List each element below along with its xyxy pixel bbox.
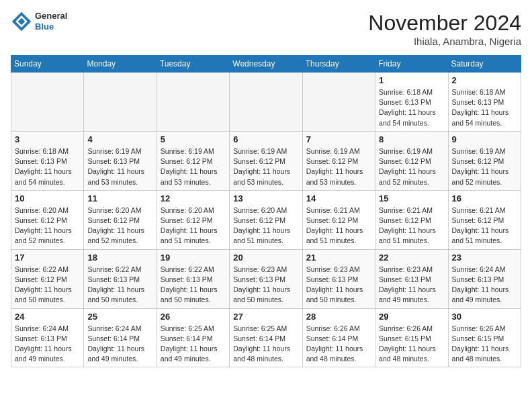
- page-header: General Blue November 2024 Ihiala, Anamb…: [11, 11, 521, 47]
- day-info: Sunrise: 6:19 AM Sunset: 6:13 PM Dayligh…: [87, 146, 152, 187]
- calendar-day-cell: 24Sunrise: 6:24 AM Sunset: 6:13 PM Dayli…: [11, 308, 84, 367]
- day-info: Sunrise: 6:22 AM Sunset: 6:12 PM Dayligh…: [15, 265, 80, 306]
- calendar-day-cell: 5Sunrise: 6:19 AM Sunset: 6:12 PM Daylig…: [157, 131, 229, 190]
- calendar-day-cell: 21Sunrise: 6:23 AM Sunset: 6:13 PM Dayli…: [302, 249, 375, 308]
- day-info: Sunrise: 6:19 AM Sunset: 6:12 PM Dayligh…: [306, 146, 371, 187]
- calendar-day-cell: 11Sunrise: 6:20 AM Sunset: 6:12 PM Dayli…: [84, 190, 157, 249]
- day-number: 2: [452, 75, 517, 85]
- day-number: 8: [379, 134, 444, 144]
- title-block: November 2024 Ihiala, Anambra, Nigeria: [368, 11, 521, 47]
- calendar-day-cell: 28Sunrise: 6:26 AM Sunset: 6:14 PM Dayli…: [302, 308, 375, 367]
- day-number: 21: [306, 253, 371, 263]
- weekday-header: Sunday: [11, 56, 84, 73]
- day-info: Sunrise: 6:19 AM Sunset: 6:12 PM Dayligh…: [161, 146, 226, 187]
- day-info: Sunrise: 6:26 AM Sunset: 6:15 PM Dayligh…: [379, 324, 444, 365]
- logo-text: General Blue: [35, 11, 67, 32]
- calendar-day-cell: 9Sunrise: 6:19 AM Sunset: 6:12 PM Daylig…: [448, 131, 521, 190]
- day-number: 9: [452, 134, 517, 144]
- calendar-day-cell: 7Sunrise: 6:19 AM Sunset: 6:12 PM Daylig…: [302, 131, 375, 190]
- day-info: Sunrise: 6:26 AM Sunset: 6:15 PM Dayligh…: [452, 324, 517, 365]
- day-number: 26: [161, 312, 226, 322]
- calendar-day-cell: 18Sunrise: 6:22 AM Sunset: 6:13 PM Dayli…: [84, 249, 157, 308]
- calendar-day-cell: 19Sunrise: 6:22 AM Sunset: 6:13 PM Dayli…: [157, 249, 229, 308]
- day-number: 23: [452, 253, 517, 263]
- day-number: 10: [15, 193, 80, 203]
- calendar-header-row: SundayMondayTuesdayWednesdayThursdayFrid…: [11, 56, 521, 73]
- day-number: 4: [87, 134, 152, 144]
- calendar-week-row: 10Sunrise: 6:20 AM Sunset: 6:12 PM Dayli…: [11, 190, 521, 249]
- day-number: 24: [15, 312, 80, 322]
- weekday-header: Thursday: [302, 56, 375, 73]
- day-info: Sunrise: 6:18 AM Sunset: 6:13 PM Dayligh…: [15, 146, 80, 187]
- calendar-day-cell: 16Sunrise: 6:21 AM Sunset: 6:12 PM Dayli…: [448, 190, 521, 249]
- calendar-day-cell: [84, 73, 157, 132]
- day-number: 15: [379, 193, 444, 203]
- day-info: Sunrise: 6:23 AM Sunset: 6:13 PM Dayligh…: [233, 265, 298, 306]
- calendar-day-cell: [302, 73, 375, 132]
- calendar-day-cell: 23Sunrise: 6:24 AM Sunset: 6:13 PM Dayli…: [448, 249, 521, 308]
- day-number: 16: [452, 193, 517, 203]
- month-title: November 2024: [368, 11, 521, 36]
- calendar-day-cell: 10Sunrise: 6:20 AM Sunset: 6:12 PM Dayli…: [11, 190, 84, 249]
- weekday-header: Friday: [375, 56, 448, 73]
- calendar-day-cell: [157, 73, 229, 132]
- day-info: Sunrise: 6:20 AM Sunset: 6:12 PM Dayligh…: [87, 205, 152, 246]
- day-info: Sunrise: 6:20 AM Sunset: 6:12 PM Dayligh…: [161, 205, 226, 246]
- day-number: 14: [306, 193, 371, 203]
- day-info: Sunrise: 6:25 AM Sunset: 6:14 PM Dayligh…: [233, 324, 298, 365]
- logo: General Blue: [11, 11, 67, 32]
- day-number: 13: [233, 193, 298, 203]
- day-number: 3: [15, 134, 80, 144]
- calendar-day-cell: 29Sunrise: 6:26 AM Sunset: 6:15 PM Dayli…: [375, 308, 448, 367]
- day-info: Sunrise: 6:24 AM Sunset: 6:13 PM Dayligh…: [452, 265, 517, 306]
- calendar: SundayMondayTuesdayWednesdayThursdayFrid…: [11, 55, 521, 367]
- calendar-day-cell: 3Sunrise: 6:18 AM Sunset: 6:13 PM Daylig…: [11, 131, 84, 190]
- day-info: Sunrise: 6:18 AM Sunset: 6:13 PM Dayligh…: [379, 87, 444, 128]
- day-info: Sunrise: 6:19 AM Sunset: 6:12 PM Dayligh…: [233, 146, 298, 187]
- calendar-day-cell: 2Sunrise: 6:18 AM Sunset: 6:13 PM Daylig…: [448, 73, 521, 132]
- calendar-day-cell: 17Sunrise: 6:22 AM Sunset: 6:12 PM Dayli…: [11, 249, 84, 308]
- calendar-day-cell: 1Sunrise: 6:18 AM Sunset: 6:13 PM Daylig…: [375, 73, 448, 132]
- day-info: Sunrise: 6:21 AM Sunset: 6:12 PM Dayligh…: [379, 205, 444, 246]
- calendar-day-cell: 6Sunrise: 6:19 AM Sunset: 6:12 PM Daylig…: [230, 131, 302, 190]
- calendar-week-row: 17Sunrise: 6:22 AM Sunset: 6:12 PM Dayli…: [11, 249, 521, 308]
- day-info: Sunrise: 6:20 AM Sunset: 6:12 PM Dayligh…: [15, 205, 80, 246]
- day-info: Sunrise: 6:22 AM Sunset: 6:13 PM Dayligh…: [87, 265, 152, 306]
- day-info: Sunrise: 6:23 AM Sunset: 6:13 PM Dayligh…: [379, 265, 444, 306]
- weekday-header: Wednesday: [230, 56, 302, 73]
- weekday-header: Monday: [84, 56, 157, 73]
- location: Ihiala, Anambra, Nigeria: [368, 36, 521, 47]
- calendar-day-cell: 25Sunrise: 6:24 AM Sunset: 6:14 PM Dayli…: [84, 308, 157, 367]
- day-info: Sunrise: 6:25 AM Sunset: 6:14 PM Dayligh…: [161, 324, 226, 365]
- day-info: Sunrise: 6:22 AM Sunset: 6:13 PM Dayligh…: [161, 265, 226, 306]
- day-info: Sunrise: 6:20 AM Sunset: 6:12 PM Dayligh…: [233, 205, 298, 246]
- day-info: Sunrise: 6:18 AM Sunset: 6:13 PM Dayligh…: [452, 87, 517, 128]
- weekday-header: Tuesday: [157, 56, 229, 73]
- day-number: 1: [379, 75, 444, 85]
- day-number: 18: [87, 253, 152, 263]
- day-number: 20: [233, 253, 298, 263]
- day-info: Sunrise: 6:24 AM Sunset: 6:14 PM Dayligh…: [87, 324, 152, 365]
- day-number: 11: [87, 193, 152, 203]
- day-number: 5: [161, 134, 226, 144]
- calendar-day-cell: 27Sunrise: 6:25 AM Sunset: 6:14 PM Dayli…: [230, 308, 302, 367]
- calendar-day-cell: 26Sunrise: 6:25 AM Sunset: 6:14 PM Dayli…: [157, 308, 229, 367]
- calendar-day-cell: 13Sunrise: 6:20 AM Sunset: 6:12 PM Dayli…: [230, 190, 302, 249]
- calendar-day-cell: 4Sunrise: 6:19 AM Sunset: 6:13 PM Daylig…: [84, 131, 157, 190]
- calendar-day-cell: 12Sunrise: 6:20 AM Sunset: 6:12 PM Dayli…: [157, 190, 229, 249]
- day-info: Sunrise: 6:21 AM Sunset: 6:12 PM Dayligh…: [306, 205, 371, 246]
- day-number: 17: [15, 253, 80, 263]
- day-info: Sunrise: 6:19 AM Sunset: 6:12 PM Dayligh…: [379, 146, 444, 187]
- day-number: 25: [87, 312, 152, 322]
- calendar-week-row: 24Sunrise: 6:24 AM Sunset: 6:13 PM Dayli…: [11, 308, 521, 367]
- day-number: 6: [233, 134, 298, 144]
- calendar-day-cell: 15Sunrise: 6:21 AM Sunset: 6:12 PM Dayli…: [375, 190, 448, 249]
- logo-general: General: [35, 11, 67, 21]
- day-info: Sunrise: 6:23 AM Sunset: 6:13 PM Dayligh…: [306, 265, 371, 306]
- calendar-week-row: 1Sunrise: 6:18 AM Sunset: 6:13 PM Daylig…: [11, 73, 521, 132]
- day-number: 28: [306, 312, 371, 322]
- calendar-day-cell: 8Sunrise: 6:19 AM Sunset: 6:12 PM Daylig…: [375, 131, 448, 190]
- logo-blue: Blue: [35, 21, 67, 32]
- day-number: 7: [306, 134, 371, 144]
- day-number: 19: [161, 253, 226, 263]
